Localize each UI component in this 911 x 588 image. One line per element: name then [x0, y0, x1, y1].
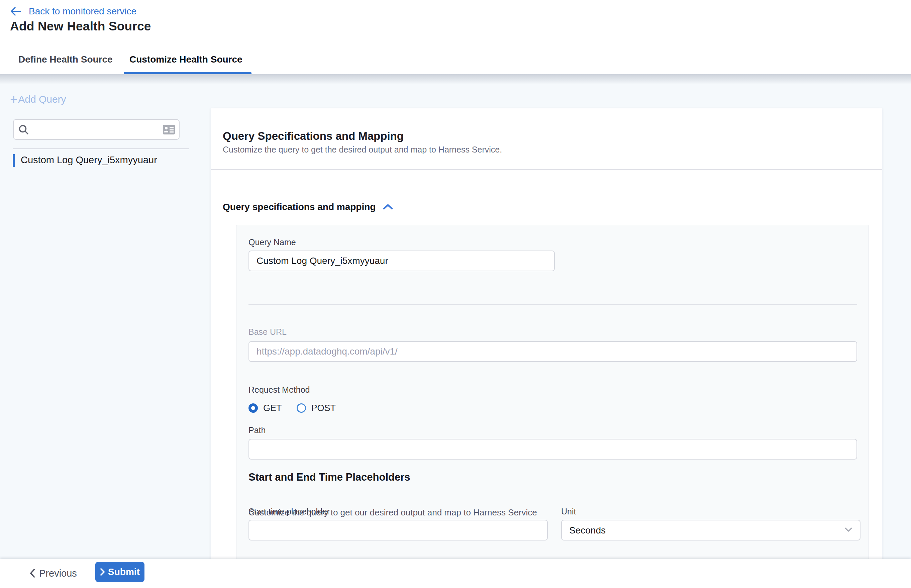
card-divider-2	[249, 492, 857, 492]
back-to-monitored-service-link[interactable]: Back to monitored service	[10, 5, 136, 18]
request-method-radio-group: GET POST	[249, 403, 351, 413]
radio-get-label[interactable]: GET	[263, 403, 282, 414]
radio-post-label[interactable]: POST	[311, 403, 336, 414]
start-time-placeholder-input[interactable]	[249, 520, 548, 541]
query-item-label: Custom Log Query_i5xmyyuaur	[21, 155, 157, 166]
placeholders-heading: Start and End Time Placeholders	[249, 471, 410, 483]
card-divider-1	[249, 304, 857, 305]
header-shadow	[0, 74, 911, 84]
query-name-input[interactable]	[249, 250, 555, 271]
sidebar-item-custom-log-query[interactable]: Custom Log Query_i5xmyyuaur	[13, 153, 187, 168]
tab-customize-health-source[interactable]: Customize Health Source	[129, 52, 242, 67]
page-header: Back to monitored service Add New Health…	[0, 0, 911, 74]
unit-label: Unit	[561, 506, 576, 517]
query-mapping-card: Query Name Customize the query to get ou…	[236, 225, 869, 588]
radio-post[interactable]	[297, 403, 306, 413]
panel-divider	[211, 169, 882, 170]
path-input[interactable]	[249, 439, 857, 460]
add-query-label: Add Query	[18, 92, 66, 107]
section-header-label: Query specifications and mapping	[223, 201, 376, 213]
submit-button-label: Submit	[108, 567, 140, 577]
query-search-input[interactable]	[33, 121, 162, 139]
panel-title: Query Specifications and Mapping	[223, 130, 404, 142]
query-search-box	[13, 119, 179, 140]
base-url-label: Base URL	[249, 327, 287, 337]
plus-icon: +	[10, 92, 18, 107]
radio-get[interactable]	[249, 403, 258, 413]
path-label: Path	[249, 425, 265, 435]
submit-button[interactable]: Submit	[95, 562, 144, 582]
chevron-right-icon	[100, 568, 105, 576]
request-method-label: Request Method	[249, 384, 310, 395]
active-tab-underline	[124, 72, 252, 74]
previous-button-label: Previous	[39, 568, 77, 579]
query-specifications-panel: Query Specifications and Mapping Customi…	[211, 108, 882, 588]
back-link-label: Back to monitored service	[29, 5, 136, 18]
chevron-left-icon	[29, 569, 35, 578]
previous-button[interactable]: Previous	[29, 565, 77, 581]
tab-define-health-source[interactable]: Define Health Source	[18, 52, 113, 67]
start-time-placeholder-label: Start time placeholder	[249, 506, 330, 517]
contact-card-icon[interactable]	[163, 124, 175, 136]
query-name-label: Query Name	[249, 237, 296, 247]
search-icon	[18, 124, 29, 137]
unit-select-value: Seconds	[569, 525, 606, 536]
collapsible-section-header: Query specifications and mapping	[223, 201, 394, 213]
collapse-chevron-up-icon[interactable]	[382, 202, 394, 212]
base-url-input[interactable]	[249, 341, 857, 362]
unit-select[interactable]: Seconds	[561, 520, 861, 541]
page-title: Add New Health Source	[10, 19, 151, 34]
footer-bar: Previous Submit	[0, 559, 911, 588]
sidebar-divider	[13, 149, 189, 149]
selected-indicator-bar	[13, 154, 15, 167]
chevron-down-icon	[845, 527, 853, 534]
panel-subtitle: Customize the query to get the desired o…	[223, 144, 502, 155]
add-query-button[interactable]: + Add Query	[10, 92, 66, 107]
back-arrow-icon	[10, 6, 21, 16]
